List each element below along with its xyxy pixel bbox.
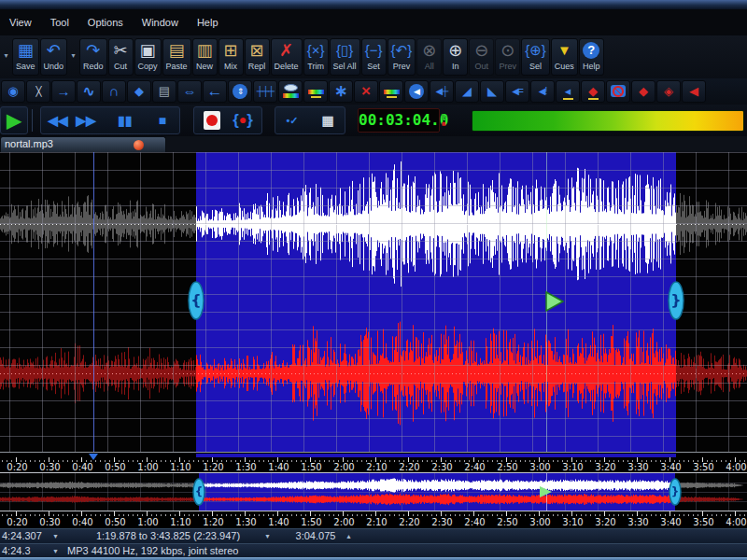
replace-button[interactable]: ⊠ Repl xyxy=(245,38,270,76)
device-controls-button[interactable]: ▦ xyxy=(314,108,342,133)
copy-button[interactable]: ▣ Copy xyxy=(134,38,162,76)
set-selection-button[interactable]: {−} Set xyxy=(361,38,387,76)
fade-in-icon[interactable]: ◢ xyxy=(455,80,479,103)
toolbar-label: Help xyxy=(583,62,600,73)
monitor-group: •✓ ▦ xyxy=(275,106,345,134)
save-button[interactable]: ▦ Save xyxy=(12,38,39,76)
max-volume-icon[interactable]: ◀! xyxy=(530,80,555,103)
waveform-display[interactable] xyxy=(0,152,747,452)
delete-button[interactable]: ✗ Delete xyxy=(271,38,303,76)
undo-dropdown-button[interactable]: ▾ xyxy=(68,38,78,76)
effect-icon: ╳ xyxy=(27,81,49,102)
zoom-in-button[interactable]: ⊕ In xyxy=(443,38,468,76)
stop-button[interactable]: ■ xyxy=(148,108,176,133)
paste-button[interactable]: ▤ Paste xyxy=(162,38,191,76)
title-bar[interactable] xyxy=(0,0,747,9)
mix-button[interactable]: ⊞ Mix xyxy=(218,38,244,76)
monitor-button[interactable]: •✓ xyxy=(278,108,306,133)
ruler-label: 2:20 xyxy=(393,517,426,528)
total-dropdown-icon[interactable]: ▼ xyxy=(52,533,59,539)
transport-bar: ▶ ◀◀ ▶▶ ▮▮ ■ {●} •✓ ▦ 00:03:04.0 ▶ ■ xyxy=(0,105,747,136)
position-marker-icon[interactable] xyxy=(89,454,98,460)
length-dropdown-icon[interactable]: ▼ xyxy=(52,548,59,554)
menu-view[interactable]: View xyxy=(0,9,41,35)
effect-icon: × xyxy=(355,81,377,102)
overview-ruler[interactable]: 0:200:300:400:501:001:101:201:301:401:50… xyxy=(0,511,747,528)
effect-icon xyxy=(283,93,299,98)
mini-stop-icon: ■ xyxy=(442,120,447,128)
zoom-all-button[interactable]: ⊗ All xyxy=(416,38,442,76)
ruler-label: 1:40 xyxy=(262,517,295,528)
overview-waveform[interactable] xyxy=(0,473,747,511)
sparkle-icon[interactable]: ∗ xyxy=(329,80,353,103)
match-volume-icon[interactable]: ◀= xyxy=(505,80,529,103)
pitch-shape-icon[interactable] xyxy=(278,80,303,103)
open-dropdown-button[interactable]: ▾ xyxy=(1,38,11,76)
arrow-left-icon[interactable]: ← xyxy=(203,80,227,103)
fast-forward-button[interactable]: ▶▶ xyxy=(72,108,100,133)
toolbar-label: Save xyxy=(16,62,35,73)
point-edit-icon[interactable]: ╳ xyxy=(26,80,50,103)
crossfade-icon[interactable]: × xyxy=(354,80,378,103)
toolbar-label: Undo xyxy=(44,62,64,73)
toolbar-label xyxy=(1,61,11,72)
ruler-label: 0:40 xyxy=(66,462,99,472)
tab-mortal-mp3[interactable]: nortal.mp3 xyxy=(0,136,166,152)
expand-arrows-icon[interactable]: ⇔ xyxy=(177,80,202,103)
ruler-label: 2:50 xyxy=(491,462,524,472)
zoom-selection-button[interactable]: {⊕} Sel xyxy=(521,38,550,76)
doppler-icon[interactable]: ◆ xyxy=(631,80,655,103)
ruler-label: 3:20 xyxy=(589,517,622,528)
zoom-out-button[interactable]: ⊖ Out xyxy=(469,38,494,76)
selection-strip-highlight xyxy=(196,454,676,457)
select-all-button[interactable]: {▯} Sel All xyxy=(330,38,360,76)
menu-help[interactable]: Help xyxy=(188,9,228,35)
silence-icon[interactable] xyxy=(606,80,630,103)
spectrum-bar-icon[interactable] xyxy=(379,80,403,103)
expression-wave-icon[interactable]: ∿ xyxy=(77,80,101,103)
record-new-button[interactable] xyxy=(204,111,220,130)
previous-selection-button[interactable]: {↶} Prev xyxy=(388,38,416,76)
volume-slider-icon[interactable]: ◀┼ xyxy=(430,80,454,103)
zoom-previous-button[interactable]: ⊙ Prev xyxy=(495,38,520,76)
tab-close-icon[interactable] xyxy=(134,140,144,150)
help-button[interactable]: ? Help xyxy=(579,38,604,76)
cursor-up-icon[interactable]: ▲ xyxy=(345,533,352,539)
shape-pan-icon[interactable]: ◆ xyxy=(581,80,605,103)
effect-star-icon[interactable]: ◆ xyxy=(127,80,151,103)
record-dot-icon: ● xyxy=(239,112,247,127)
ruler-label: 1:00 xyxy=(132,462,164,472)
rewind-button[interactable]: ◀◀ xyxy=(44,108,72,133)
node-arrow-icon[interactable]: → xyxy=(51,80,76,103)
paste-new-button[interactable]: ▥ New xyxy=(192,38,218,76)
undo-button[interactable]: ↶ Undo xyxy=(40,38,68,76)
cut-button[interactable]: ✂ Cut xyxy=(108,38,134,76)
level-meter xyxy=(472,110,744,132)
effect-icon: ◣ xyxy=(481,81,503,102)
toolbar-label: Cut xyxy=(112,62,130,73)
record-selection-button[interactable]: {●} xyxy=(227,111,259,130)
shape-volume-icon[interactable]: ◂ xyxy=(556,80,580,103)
menu-window[interactable]: Window xyxy=(133,9,188,35)
offset-icon[interactable]: ⇕ xyxy=(228,80,252,103)
cues-button[interactable]: ▼ Cues xyxy=(551,38,578,76)
draw-tool-icon[interactable]: ◉ xyxy=(1,80,25,103)
redo-button[interactable]: ↷ Redo xyxy=(79,38,107,76)
time-ruler[interactable]: 0:200:300:400:501:001:101:201:301:401:50… xyxy=(0,452,747,472)
properties-icon[interactable]: ▤ xyxy=(152,80,176,103)
selection-dropdown-icon[interactable]: ▼ xyxy=(264,533,271,539)
toolbar-label: Sel xyxy=(525,62,546,73)
play-button[interactable]: ▶ xyxy=(0,106,28,134)
flange-icon[interactable]: ◈ xyxy=(656,80,681,103)
fade-out-icon[interactable]: ◣ xyxy=(480,80,504,103)
trim-button[interactable]: {×} Trim xyxy=(303,38,329,76)
edge-cut-icon[interactable]: ◀ xyxy=(682,80,706,103)
menu-tool[interactable]: Tool xyxy=(41,9,78,35)
speaker-icon[interactable]: ◀ xyxy=(404,80,429,103)
sliders-icon[interactable]: ┼┼┼ xyxy=(253,80,277,103)
menu-options[interactable]: Options xyxy=(78,9,133,35)
uturn-arrow-icon[interactable]: ∩ xyxy=(102,80,126,103)
spectrum-icon[interactable] xyxy=(303,80,328,103)
pause-button[interactable]: ▮▮ xyxy=(111,108,139,133)
ruler-label: 1:20 xyxy=(197,462,230,472)
